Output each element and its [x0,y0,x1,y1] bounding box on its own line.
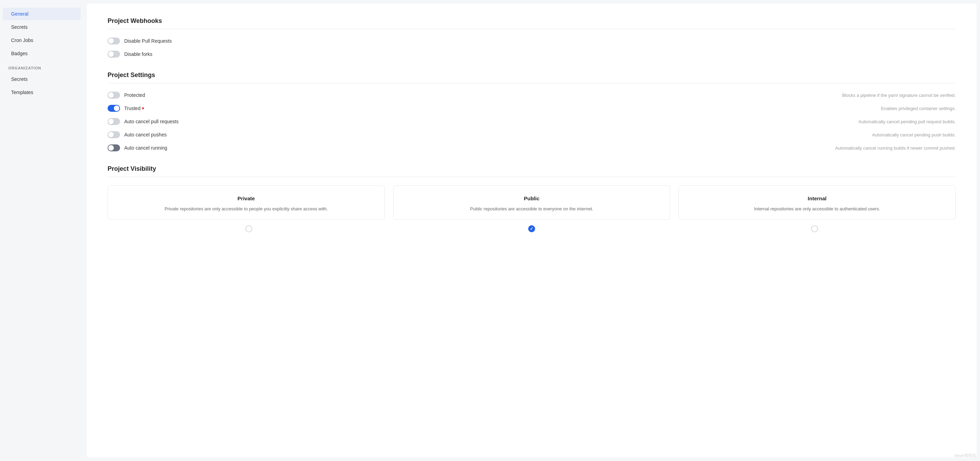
toggle-row-disable-forks: Disable forks [108,51,956,57]
visibility-card-private[interactable]: PrivatePrivate repositories are only acc… [108,185,385,220]
visibility-card-title-internal: Internal [686,195,948,201]
sidebar-item-cron-jobs[interactable]: Cron Jobs [3,34,81,46]
visibility-radio-row [108,225,956,232]
radio-public[interactable] [528,225,535,232]
sidebar-item-badges[interactable]: Badges [3,47,81,60]
visibility-card-desc-internal: Internal repositories are only accessibl… [686,206,948,212]
sidebar-item-secrets[interactable]: Secrets [3,21,81,33]
sidebar: GeneralSecretsCron JobsBadges ORGANIZATI… [0,0,83,461]
radio-internal[interactable] [811,225,818,232]
visibility-divider [108,177,956,177]
visibility-cards-row: PrivatePrivate repositories are only acc… [108,185,956,220]
org-section-label: ORGANIZATION [0,61,83,72]
toggle-description-trusted: Enables privileged container settings. [881,106,956,111]
toggle-trusted[interactable] [108,105,120,112]
toggle-row-auto-cancel-pushes: Auto cancel pushesAutomatically cancel p… [108,131,956,138]
toggle-label-protected: Protected [124,93,145,98]
visibility-card-title-public: Public [401,195,663,201]
sidebar-item-general[interactable]: General [3,8,81,20]
user-info: ctyun/管理员 [954,453,976,458]
toggle-label-auto-cancel-pushes: Auto cancel pushes [124,132,167,137]
visibility-card-internal[interactable]: InternalInternal repositories are only a… [678,185,956,220]
toggle-label-auto-cancel-running: Auto cancel running [124,145,167,151]
radio-private[interactable] [245,225,252,232]
toggle-row-auto-cancel-pull-requests: Auto cancel pull requestsAutomatically c… [108,118,956,125]
toggle-label-disable-pull-requests: Disable Pull Requests [124,38,172,44]
main-content: Project Webhooks Disable Pull RequestsDi… [87,3,977,458]
toggle-auto-cancel-pushes[interactable] [108,131,120,138]
visibility-card-desc-public: Public repositories are accessible to ev… [401,206,663,212]
radio-option-private [108,225,390,232]
toggle-row-trusted: TrustedEnables privileged container sett… [108,105,956,112]
toggle-row-disable-pull-requests: Disable Pull Requests [108,37,956,45]
settings-section: Project Settings ProtectedBlocks a pipel… [108,72,956,152]
visibility-card-desc-private: Private repositories are only accessible… [115,206,377,212]
radio-option-internal [673,225,956,232]
visibility-title: Project Visibility [108,165,956,172]
toggle-label-trusted: Trusted [124,105,140,111]
toggle-row-protected: ProtectedBlocks a pipeline if the yaml s… [108,92,956,99]
visibility-section: Project Visibility PrivatePrivate reposi… [108,165,956,232]
toggle-description-auto-cancel-pull-requests: Automatically cancel pending pull reques… [859,119,956,124]
toggle-auto-cancel-running[interactable] [108,144,120,152]
toggle-description-protected: Blocks a pipeline if the yaml signature … [842,93,956,98]
toggle-row-auto-cancel-running: Auto cancel runningAutomatically cancel … [108,144,956,152]
red-dot-trusted [142,107,144,109]
webhooks-title: Project Webhooks [108,18,956,25]
webhooks-divider [108,29,956,29]
toggle-description-auto-cancel-running: Automatically cancel running builds if n… [835,145,956,151]
toggle-disable-pull-requests[interactable] [108,37,120,45]
visibility-card-public[interactable]: PublicPublic repositories are accessible… [393,185,670,220]
radio-option-public [390,225,673,232]
toggle-label-auto-cancel-pull-requests: Auto cancel pull requests [124,119,178,124]
settings-title: Project Settings [108,72,956,79]
sidebar-item-org-templates[interactable]: Templates [3,86,81,99]
toggle-description-auto-cancel-pushes: Automatically cancel pending push builds… [872,132,956,137]
webhooks-section: Project Webhooks Disable Pull RequestsDi… [108,18,956,57]
toggle-protected[interactable] [108,92,120,99]
sidebar-item-org-secrets[interactable]: Secrets [3,73,81,85]
settings-divider [108,83,956,83]
toggle-auto-cancel-pull-requests[interactable] [108,118,120,125]
toggle-disable-forks[interactable] [108,51,120,57]
visibility-card-title-private: Private [115,195,377,201]
toggle-label-disable-forks: Disable forks [124,51,152,57]
